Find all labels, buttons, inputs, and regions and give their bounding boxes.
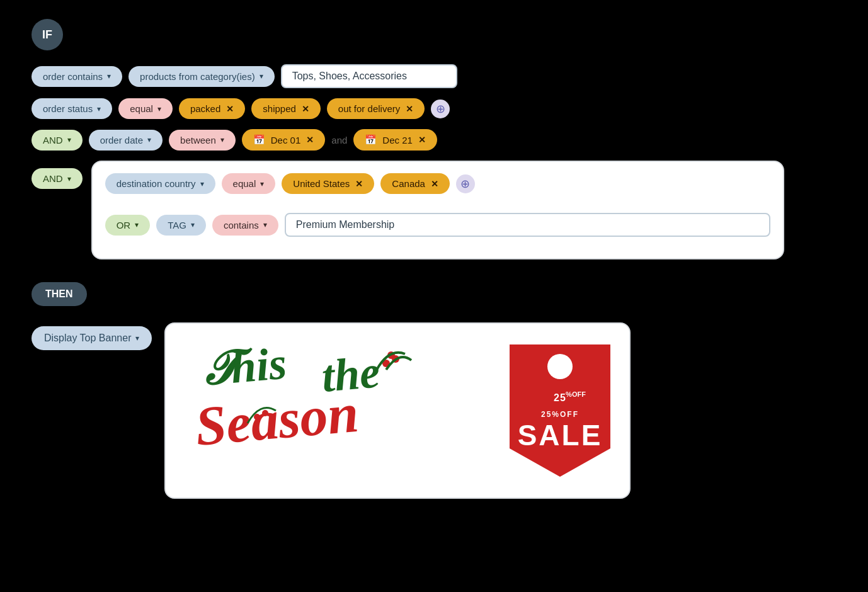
remove-date1-icon[interactable]: ✕ [306, 135, 314, 145]
nested-equal-pill[interactable]: equal ▾ [222, 173, 276, 194]
chevron-down-icon: ▾ [107, 72, 111, 81]
then-badge: THEN [31, 282, 87, 306]
chevron-down-icon: ▾ [220, 135, 224, 144]
chevron-down-icon: ▾ [135, 334, 139, 343]
display-top-banner-pill[interactable]: Display Top Banner ▾ [31, 326, 152, 350]
condition-row-1: order contains ▾ products from category(… [31, 64, 837, 88]
add-status-button[interactable]: ⊕ [431, 100, 450, 118]
calendar-icon: 📅 [253, 134, 265, 145]
banner-svg: 𝒯his the Season [191, 335, 455, 486]
add-country-button[interactable]: ⊕ [456, 174, 475, 193]
chevron-down-icon: ▾ [97, 105, 101, 113]
chevron-down-icon: ▾ [260, 72, 263, 81]
svg-text:𝒯his: 𝒯his [200, 338, 289, 396]
and-text: and [331, 135, 347, 145]
nested-row-1: destination country ▾ equal ▾ United Sta… [105, 173, 770, 194]
if-badge: IF [31, 19, 63, 50]
chevron-down-icon: ▾ [191, 220, 195, 229]
remove-delivery-icon[interactable]: ✕ [406, 104, 413, 114]
tag-pill[interactable]: TAG ▾ [156, 215, 206, 236]
svg-text:25%OFF: 25%OFF [541, 410, 579, 419]
remove-us-icon[interactable]: ✕ [355, 179, 363, 189]
condition-row-3: AND ▾ order date ▾ between ▾ 📅 Dec 01 ✕ … [31, 129, 837, 151]
chevron-down-icon: ▾ [67, 135, 71, 144]
price-tag-area: 25 %OFF 25%OFF SALE [497, 344, 623, 477]
date1-pill[interactable]: 📅 Dec 01 ✕ [242, 129, 326, 151]
banner-text: 𝒯his the Season [172, 335, 497, 486]
packed-tag[interactable]: packed ✕ [179, 98, 245, 119]
out-for-delivery-tag[interactable]: out for delivery ✕ [327, 98, 425, 119]
between-pill[interactable]: between ▾ [169, 130, 236, 151]
membership-input[interactable] [285, 213, 770, 237]
banner-area: Display Top Banner ▾ 𝒯his [31, 322, 837, 499]
canada-tag[interactable]: Canada ✕ [380, 173, 450, 194]
condition-row-2: order status ▾ equal ▾ packed ✕ shipped … [31, 98, 837, 119]
remove-date2-icon[interactable]: ✕ [418, 135, 426, 145]
chevron-down-icon: ▾ [260, 179, 264, 188]
chevron-down-icon: ▾ [157, 105, 161, 113]
nested-row-2: OR ▾ TAG ▾ contains ▾ [105, 213, 770, 237]
main-container: IF order contains ▾ products from catego… [19, 13, 849, 505]
or-pill[interactable]: OR ▾ [105, 215, 151, 236]
order-status-pill[interactable]: order status ▾ [31, 98, 112, 119]
equal-pill[interactable]: equal ▾ [118, 98, 173, 119]
remove-canada-icon[interactable]: ✕ [431, 179, 438, 189]
order-contains-pill[interactable]: order contains ▾ [31, 66, 122, 87]
destination-country-pill[interactable]: destination country ▾ [105, 173, 215, 194]
chevron-down-icon: ▾ [67, 174, 71, 183]
banner-preview: 𝒯his the Season [164, 322, 631, 499]
remove-packed-icon[interactable]: ✕ [226, 104, 234, 114]
if-section: IF order contains ▾ products from catego… [31, 19, 837, 259]
svg-point-9 [547, 354, 573, 379]
nested-condition-box: destination country ▾ equal ▾ United Sta… [91, 161, 784, 259]
shipped-tag[interactable]: shipped ✕ [251, 98, 321, 119]
order-date-pill[interactable]: order date ▾ [89, 130, 163, 151]
banner-content: 𝒯his the Season [166, 324, 629, 498]
contains-pill[interactable]: contains ▾ [212, 215, 278, 236]
condition-row-4: AND ▾ destination country ▾ equal ▾ Unit… [31, 161, 837, 259]
svg-text:25: 25 [554, 392, 567, 403]
svg-text:%OFF: %OFF [566, 390, 586, 398]
products-category-pill[interactable]: products from category(ies) ▾ [128, 66, 275, 87]
remove-shipped-icon[interactable]: ✕ [302, 104, 309, 114]
calendar-icon: 📅 [365, 134, 377, 145]
svg-text:SALE: SALE [518, 419, 603, 452]
chevron-down-icon: ▾ [147, 135, 151, 144]
chevron-down-icon: ▾ [135, 220, 139, 229]
and-pill-1[interactable]: AND ▾ [31, 130, 83, 151]
date2-pill[interactable]: 📅 Dec 21 ✕ [353, 129, 437, 151]
chevron-down-icon: ▾ [263, 220, 267, 229]
then-section: THEN Display Top Banner ▾ 𝒯his [31, 282, 837, 499]
and-pill-2[interactable]: AND ▾ [31, 168, 83, 189]
category-input[interactable] [281, 64, 457, 88]
price-tag-svg: 25 %OFF 25%OFF SALE [503, 344, 617, 477]
svg-point-7 [262, 410, 268, 416]
united-states-tag[interactable]: United States ✕ [282, 173, 374, 194]
chevron-down-icon: ▾ [200, 179, 204, 188]
